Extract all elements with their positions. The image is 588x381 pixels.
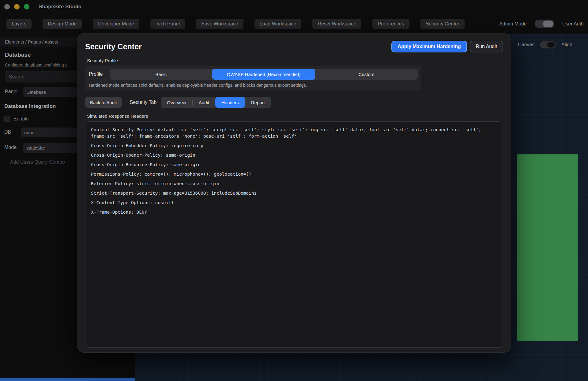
tab-audit[interactable]: Audit xyxy=(193,97,215,108)
response-headers-panel: Content-Security-Policy: default-src 'se… xyxy=(85,121,503,348)
back-to-audit-button[interactable]: Back to Audit xyxy=(85,97,122,108)
header-line-csp: Content-Security-Policy: default-src 'se… xyxy=(91,127,497,139)
header-line-coop: Cross-Origin-Opener-Policy: same-origin xyxy=(91,152,497,158)
security-profile-label: Security Profile xyxy=(87,58,503,63)
security-tab-label: Security Tab xyxy=(130,100,157,105)
security-profile-panel: Profile Basic OWASP Hardened (Recommende… xyxy=(85,66,421,91)
profile-segmented-control: Basic OWASP Hardened (Recommended) Custo… xyxy=(110,69,418,80)
header-line-x-frame-options: X-Frame-Options: DENY xyxy=(91,209,497,215)
header-line-permissions-policy: Permissions-Policy: camera=(), microphon… xyxy=(91,171,497,177)
simulated-response-headers-label: Simulated Response Headers xyxy=(87,113,503,119)
modal-actions: Apply Maximum Hardening Run Audit xyxy=(391,41,503,52)
profile-row: Profile Basic OWASP Hardened (Recommende… xyxy=(89,69,418,80)
header-line-referrer-policy: Referrer-Policy: strict-origin-when-cros… xyxy=(91,181,497,187)
header-line-x-content-type-options: X-Content-Type-Options: nosniff xyxy=(91,200,497,206)
app-window: ShapeSite Studio Layers Design Mode Deve… xyxy=(0,0,588,381)
tab-headers[interactable]: Headers xyxy=(215,97,245,108)
profile-option-owasp-hardened[interactable]: OWASP Hardened (Recommended) xyxy=(212,69,315,80)
header-line-corp: Cross-Origin-Resource-Policy: same-origi… xyxy=(91,162,497,168)
modal-header: Security Center Apply Maximum Hardening … xyxy=(85,41,503,52)
header-line-coep: Cross-Origin-Embedder-Policy: require-co… xyxy=(91,143,497,149)
security-center-modal: Security Center Apply Maximum Hardening … xyxy=(77,33,511,353)
security-tab-group: Overview Audit Headers Report xyxy=(161,97,271,108)
profile-description: Hardened mode enforces strict defaults, … xyxy=(89,83,418,88)
tab-report[interactable]: Report xyxy=(245,97,271,108)
tab-overview[interactable]: Overview xyxy=(161,97,192,108)
header-line-hsts: Strict-Transport-Security: max-age=31536… xyxy=(91,190,497,196)
modal-tabs-row: Back to Audit Security Tab Overview Audi… xyxy=(85,97,503,108)
profile-option-basic[interactable]: Basic xyxy=(110,69,212,80)
run-audit-button[interactable]: Run Audit xyxy=(470,41,503,52)
apply-maximum-hardening-button[interactable]: Apply Maximum Hardening xyxy=(391,41,467,52)
profile-label: Profile xyxy=(89,71,110,77)
modal-title: Security Center xyxy=(85,42,142,51)
profile-option-custom[interactable]: Custom xyxy=(315,69,418,80)
